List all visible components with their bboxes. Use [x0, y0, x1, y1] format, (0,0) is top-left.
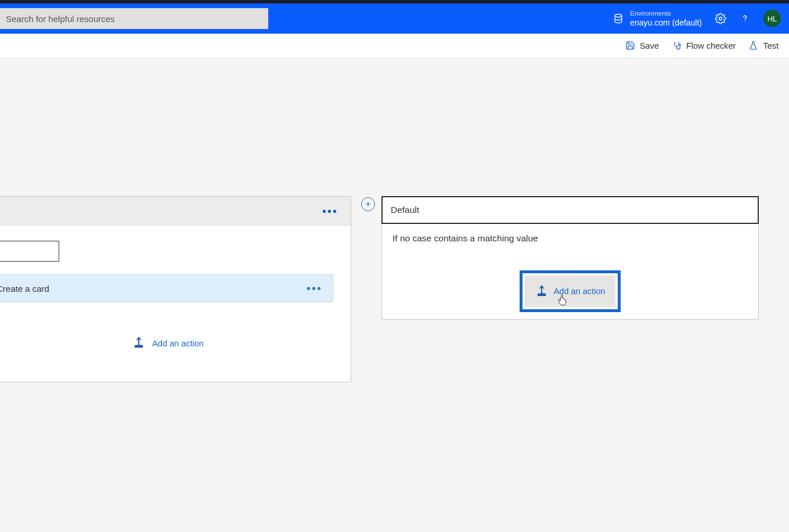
- case-header: •••: [0, 197, 351, 226]
- env-value: enayu.com (default): [630, 18, 702, 27]
- header-right: Environments enayu.com (default) HL: [613, 10, 781, 27]
- add-action-button-default[interactable]: Add an action: [525, 276, 615, 307]
- test-label: Test: [763, 41, 779, 50]
- flow-canvas[interactable]: ••• Create a card ••• Add an action: [0, 58, 789, 532]
- case-card: ••• Create a card ••• Add an action: [0, 196, 351, 382]
- test-button[interactable]: Test: [748, 41, 779, 50]
- environment-picker[interactable]: Environments enayu.com (default): [613, 10, 702, 27]
- svg-rect-5: [537, 294, 546, 296]
- svg-point-3: [679, 45, 680, 46]
- settings-icon[interactable]: [715, 13, 726, 24]
- case-menu-icon[interactable]: •••: [320, 203, 340, 219]
- svg-rect-4: [135, 346, 143, 348]
- flow-checker-button[interactable]: Flow checker: [672, 41, 736, 50]
- flow-checker-label: Flow checker: [686, 41, 736, 50]
- case-value-input[interactable]: [0, 241, 59, 262]
- search-input[interactable]: [0, 8, 268, 29]
- avatar[interactable]: HL: [763, 10, 781, 27]
- save-button[interactable]: Save: [625, 41, 659, 50]
- avatar-initials: HL: [768, 15, 777, 23]
- add-case-icon[interactable]: [361, 197, 375, 211]
- flask-icon: [748, 41, 758, 50]
- database-icon: [613, 13, 624, 24]
- svg-point-0: [615, 15, 622, 17]
- default-description: If no case contains a matching value: [382, 224, 758, 253]
- env-label: Environments: [630, 10, 702, 17]
- help-icon[interactable]: [739, 13, 751, 24]
- add-action-highlight: Add an action: [520, 270, 621, 312]
- action-create-card[interactable]: Create a card •••: [0, 274, 333, 302]
- save-label: Save: [640, 41, 659, 50]
- add-action-icon: [132, 336, 145, 350]
- default-title: Default: [391, 205, 419, 215]
- command-bar: Save Flow checker Test: [0, 34, 789, 58]
- add-action-icon: [535, 284, 548, 299]
- add-action-button-left[interactable]: Add an action: [0, 336, 343, 350]
- add-action-label: Add an action: [152, 339, 204, 348]
- stethoscope-icon: [672, 41, 682, 50]
- cursor-hand-icon: [557, 294, 568, 306]
- save-icon: [625, 41, 635, 50]
- svg-point-1: [719, 17, 722, 20]
- default-card: Default If no case contains a matching v…: [381, 196, 759, 320]
- app-header: Environments enayu.com (default) HL: [0, 3, 789, 34]
- action-label: Create a card: [0, 284, 304, 294]
- action-menu-icon[interactable]: •••: [304, 280, 325, 296]
- svg-point-2: [744, 21, 745, 21]
- default-header[interactable]: Default: [381, 196, 759, 224]
